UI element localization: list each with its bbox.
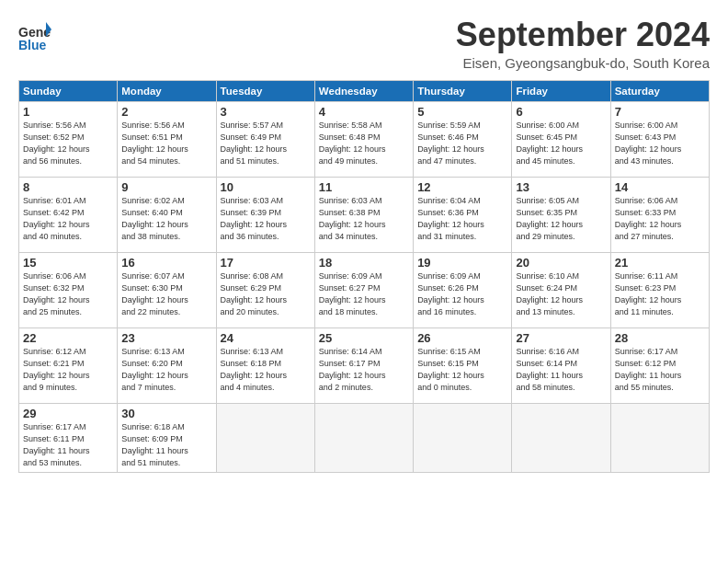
table-row: 17Sunrise: 6:08 AM Sunset: 6:29 PM Dayli… bbox=[216, 252, 314, 327]
table-row bbox=[610, 403, 709, 472]
day-number: 25 bbox=[319, 331, 409, 345]
day-info: Sunrise: 6:11 AM Sunset: 6:23 PM Dayligh… bbox=[615, 270, 705, 318]
day-info: Sunrise: 6:02 AM Sunset: 6:40 PM Dayligh… bbox=[121, 195, 211, 243]
table-row: 18Sunrise: 6:09 AM Sunset: 6:27 PM Dayli… bbox=[314, 252, 413, 327]
day-number: 9 bbox=[121, 180, 211, 194]
table-row bbox=[216, 403, 314, 472]
day-info: Sunrise: 6:10 AM Sunset: 6:24 PM Dayligh… bbox=[516, 270, 606, 318]
table-row: 2Sunrise: 5:56 AM Sunset: 6:51 PM Daylig… bbox=[118, 101, 216, 177]
table-row: 24Sunrise: 6:13 AM Sunset: 6:18 PM Dayli… bbox=[216, 327, 314, 403]
day-number: 4 bbox=[319, 105, 409, 119]
day-number: 28 bbox=[615, 331, 705, 345]
table-row: 28Sunrise: 6:17 AM Sunset: 6:12 PM Dayli… bbox=[610, 327, 709, 403]
day-info: Sunrise: 6:00 AM Sunset: 6:43 PM Dayligh… bbox=[615, 120, 705, 167]
day-number: 13 bbox=[516, 180, 606, 194]
day-number: 1 bbox=[23, 105, 113, 119]
col-sunday: Sunday bbox=[19, 80, 118, 101]
calendar-table: Sunday Monday Tuesday Wednesday Thursday… bbox=[18, 80, 710, 473]
day-info: Sunrise: 6:09 AM Sunset: 6:27 PM Dayligh… bbox=[319, 270, 409, 318]
month-title: September 2024 bbox=[456, 17, 710, 53]
day-number: 21 bbox=[615, 256, 705, 270]
day-info: Sunrise: 6:07 AM Sunset: 6:30 PM Dayligh… bbox=[121, 270, 211, 318]
col-thursday: Thursday bbox=[414, 80, 512, 101]
table-row: 13Sunrise: 6:05 AM Sunset: 6:35 PM Dayli… bbox=[512, 177, 610, 252]
table-row: 10Sunrise: 6:03 AM Sunset: 6:39 PM Dayli… bbox=[216, 177, 314, 252]
day-info: Sunrise: 6:01 AM Sunset: 6:42 PM Dayligh… bbox=[23, 195, 113, 243]
table-row: 26Sunrise: 6:15 AM Sunset: 6:15 PM Dayli… bbox=[414, 327, 512, 403]
table-row: 29Sunrise: 6:17 AM Sunset: 6:11 PM Dayli… bbox=[19, 403, 118, 472]
day-number: 8 bbox=[23, 180, 113, 194]
day-number: 19 bbox=[417, 256, 507, 270]
day-number: 11 bbox=[319, 180, 409, 194]
table-row: 3Sunrise: 5:57 AM Sunset: 6:49 PM Daylig… bbox=[216, 101, 314, 177]
table-row: 23Sunrise: 6:13 AM Sunset: 6:20 PM Dayli… bbox=[118, 327, 216, 403]
header-row: Sunday Monday Tuesday Wednesday Thursday… bbox=[19, 80, 710, 101]
table-row: 15Sunrise: 6:06 AM Sunset: 6:32 PM Dayli… bbox=[19, 252, 118, 327]
day-number: 23 bbox=[121, 331, 211, 345]
table-row: 16Sunrise: 6:07 AM Sunset: 6:30 PM Dayli… bbox=[118, 252, 216, 327]
table-row bbox=[512, 403, 610, 472]
day-info: Sunrise: 6:15 AM Sunset: 6:15 PM Dayligh… bbox=[417, 346, 507, 394]
day-number: 6 bbox=[516, 105, 606, 119]
table-row: 6Sunrise: 6:00 AM Sunset: 6:45 PM Daylig… bbox=[512, 101, 610, 177]
table-row: 20Sunrise: 6:10 AM Sunset: 6:24 PM Dayli… bbox=[512, 252, 610, 327]
day-info: Sunrise: 6:08 AM Sunset: 6:29 PM Dayligh… bbox=[221, 270, 311, 318]
day-info: Sunrise: 6:09 AM Sunset: 6:26 PM Dayligh… bbox=[417, 270, 507, 318]
page: General Blue September 2024 Eisen, Gyeon… bbox=[0, 0, 728, 563]
day-number: 16 bbox=[121, 256, 211, 270]
day-info: Sunrise: 6:16 AM Sunset: 6:14 PM Dayligh… bbox=[516, 346, 606, 394]
col-monday: Monday bbox=[118, 80, 216, 101]
table-row: 19Sunrise: 6:09 AM Sunset: 6:26 PM Dayli… bbox=[414, 252, 512, 327]
table-row: 27Sunrise: 6:16 AM Sunset: 6:14 PM Dayli… bbox=[512, 327, 610, 403]
day-info: Sunrise: 6:17 AM Sunset: 6:12 PM Dayligh… bbox=[615, 346, 705, 394]
day-info: Sunrise: 6:03 AM Sunset: 6:39 PM Dayligh… bbox=[221, 195, 311, 243]
table-row bbox=[414, 403, 512, 472]
day-info: Sunrise: 6:03 AM Sunset: 6:38 PM Dayligh… bbox=[319, 195, 409, 243]
day-number: 3 bbox=[221, 105, 311, 119]
day-number: 22 bbox=[23, 331, 113, 345]
day-number: 2 bbox=[121, 105, 211, 119]
day-info: Sunrise: 6:13 AM Sunset: 6:20 PM Dayligh… bbox=[121, 346, 211, 394]
day-info: Sunrise: 6:06 AM Sunset: 6:33 PM Dayligh… bbox=[615, 195, 705, 243]
day-number: 12 bbox=[417, 180, 507, 194]
day-number: 26 bbox=[417, 331, 507, 345]
day-info: Sunrise: 6:17 AM Sunset: 6:11 PM Dayligh… bbox=[23, 421, 113, 469]
col-tuesday: Tuesday bbox=[216, 80, 314, 101]
day-info: Sunrise: 6:18 AM Sunset: 6:09 PM Dayligh… bbox=[121, 421, 211, 469]
day-number: 24 bbox=[221, 331, 311, 345]
table-row bbox=[314, 403, 413, 472]
day-info: Sunrise: 5:57 AM Sunset: 6:49 PM Dayligh… bbox=[221, 120, 311, 167]
header: General Blue September 2024 Eisen, Gyeon… bbox=[18, 17, 710, 71]
day-info: Sunrise: 6:06 AM Sunset: 6:32 PM Dayligh… bbox=[23, 270, 113, 318]
day-number: 14 bbox=[615, 180, 705, 194]
table-row: 12Sunrise: 6:04 AM Sunset: 6:36 PM Dayli… bbox=[414, 177, 512, 252]
day-info: Sunrise: 6:00 AM Sunset: 6:45 PM Dayligh… bbox=[516, 120, 606, 167]
day-info: Sunrise: 5:59 AM Sunset: 6:46 PM Dayligh… bbox=[417, 120, 507, 167]
table-row: 4Sunrise: 5:58 AM Sunset: 6:48 PM Daylig… bbox=[314, 101, 413, 177]
col-saturday: Saturday bbox=[610, 80, 709, 101]
day-info: Sunrise: 5:58 AM Sunset: 6:48 PM Dayligh… bbox=[319, 120, 409, 167]
day-number: 17 bbox=[221, 256, 311, 270]
day-info: Sunrise: 6:13 AM Sunset: 6:18 PM Dayligh… bbox=[221, 346, 311, 394]
day-info: Sunrise: 6:04 AM Sunset: 6:36 PM Dayligh… bbox=[417, 195, 507, 243]
day-info: Sunrise: 5:56 AM Sunset: 6:51 PM Dayligh… bbox=[121, 120, 211, 167]
table-row: 30Sunrise: 6:18 AM Sunset: 6:09 PM Dayli… bbox=[118, 403, 216, 472]
table-row: 25Sunrise: 6:14 AM Sunset: 6:17 PM Dayli… bbox=[314, 327, 413, 403]
title-block: September 2024 Eisen, Gyeongsangbuk-do, … bbox=[456, 17, 710, 71]
table-row: 11Sunrise: 6:03 AM Sunset: 6:38 PM Dayli… bbox=[314, 177, 413, 252]
logo-icon: General Blue bbox=[18, 20, 51, 57]
table-row: 9Sunrise: 6:02 AM Sunset: 6:40 PM Daylig… bbox=[118, 177, 216, 252]
day-info: Sunrise: 6:05 AM Sunset: 6:35 PM Dayligh… bbox=[516, 195, 606, 243]
day-number: 20 bbox=[516, 256, 606, 270]
day-info: Sunrise: 6:14 AM Sunset: 6:17 PM Dayligh… bbox=[319, 346, 409, 394]
day-number: 18 bbox=[319, 256, 409, 270]
day-number: 5 bbox=[417, 105, 507, 119]
day-number: 7 bbox=[615, 105, 705, 119]
day-number: 27 bbox=[516, 331, 606, 345]
col-wednesday: Wednesday bbox=[314, 80, 413, 101]
day-info: Sunrise: 6:12 AM Sunset: 6:21 PM Dayligh… bbox=[23, 346, 113, 394]
table-row: 1Sunrise: 5:56 AM Sunset: 6:52 PM Daylig… bbox=[19, 101, 118, 177]
day-number: 10 bbox=[221, 180, 311, 194]
table-row: 14Sunrise: 6:06 AM Sunset: 6:33 PM Dayli… bbox=[610, 177, 709, 252]
subtitle: Eisen, Gyeongsangbuk-do, South Korea bbox=[456, 55, 710, 71]
